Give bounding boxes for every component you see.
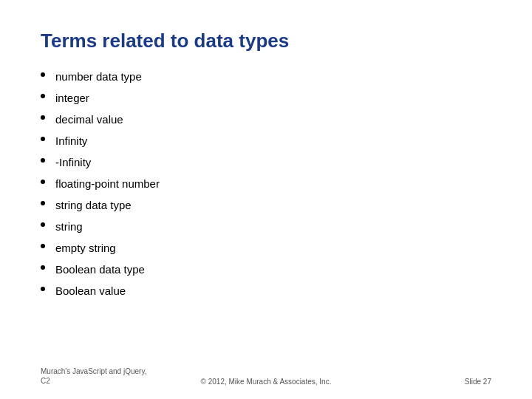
bullet-text: integer: [55, 90, 89, 106]
bullet-text: decimal value: [55, 112, 123, 127]
bullet-dot-icon: [41, 244, 45, 248]
bullet-text: number data type: [55, 69, 142, 84]
bullet-dot-icon: [41, 287, 45, 291]
bullet-text: empty string: [55, 240, 116, 256]
bullet-dot-icon: [41, 158, 45, 163]
list-item: string: [41, 219, 491, 234]
footer-left-line1: Murach's JavaScript and jQuery,: [41, 367, 146, 375]
bullet-dot-icon: [41, 201, 45, 205]
slide-title: Terms related to data types: [41, 30, 491, 52]
bullet-dot-icon: [41, 72, 45, 77]
bullet-text: floating-point number: [55, 176, 160, 191]
bullet-text: Boolean value: [55, 283, 126, 299]
bullet-text: string data type: [55, 197, 132, 213]
bullet-dot-icon: [41, 94, 45, 98]
list-item: decimal value: [41, 112, 491, 127]
list-item: Boolean value: [41, 283, 491, 299]
list-item: string data type: [41, 197, 491, 213]
list-item: -Infinity: [41, 154, 491, 170]
footer-center: © 2012, Mike Murach & Associates, Inc.: [201, 378, 332, 386]
bullet-dot-icon: [41, 137, 45, 141]
list-item: floating-point number: [41, 176, 491, 191]
bullet-list: number data typeintegerdecimal valueInfi…: [41, 69, 491, 299]
bullet-dot-icon: [41, 265, 45, 270]
bullet-text: -Infinity: [55, 154, 91, 170]
footer-right: Slide 27: [465, 378, 491, 386]
bullet-text: Boolean data type: [55, 262, 145, 277]
footer-left: Murach's JavaScript and jQuery, C2: [41, 366, 146, 386]
list-item: number data type: [41, 69, 491, 84]
bullet-text: string: [55, 219, 83, 234]
bullet-dot-icon: [41, 222, 45, 227]
slide-footer: Murach's JavaScript and jQuery, C2 © 201…: [0, 366, 532, 386]
footer-left-line2: C2: [41, 377, 50, 385]
list-item: empty string: [41, 240, 491, 256]
bullet-dot-icon: [41, 180, 45, 184]
list-item: Infinity: [41, 133, 491, 149]
bullet-dot-icon: [41, 115, 45, 120]
bullet-text: Infinity: [55, 133, 87, 149]
slide-container: Terms related to data types number data …: [0, 0, 532, 399]
list-item: Boolean data type: [41, 262, 491, 277]
list-item: integer: [41, 90, 491, 106]
